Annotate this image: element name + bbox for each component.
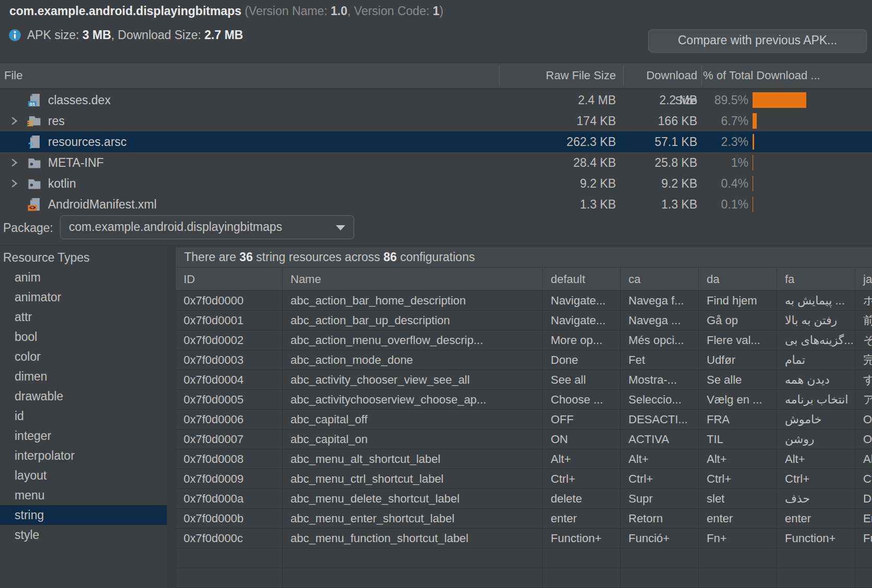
- column-header-ja[interactable]: ja: [855, 268, 872, 290]
- cell-fa[interactable]: حذف: [777, 489, 855, 508]
- cell-id[interactable]: 0x7f0d0009: [176, 469, 283, 488]
- cell-default[interactable]: [543, 568, 621, 587]
- cell-name[interactable]: abc_menu_function_shortcut_label: [283, 529, 543, 548]
- cell-da[interactable]: FRA: [699, 410, 777, 429]
- sidebar-item-color[interactable]: color: [0, 347, 167, 366]
- cell-ca[interactable]: Ctrl+: [621, 469, 699, 488]
- column-divider[interactable]: [701, 66, 702, 85]
- cell-ja[interactable]: Alt+: [855, 449, 872, 469]
- cell-name[interactable]: abc_action_menu_overflow_descrip...: [283, 330, 543, 350]
- cell-fa[interactable]: Alt+: [777, 449, 855, 469]
- cell-name[interactable]: abc_action_bar_home_description: [283, 291, 543, 310]
- string-resource-row[interactable]: [176, 568, 872, 588]
- cell-ca[interactable]: Seleccio...: [621, 390, 699, 409]
- cell-default[interactable]: Ctrl+: [543, 469, 621, 488]
- sidebar-item-id[interactable]: id: [0, 406, 167, 426]
- cell-id[interactable]: 0x7f0d000a: [176, 489, 283, 508]
- cell-ca[interactable]: ACTIVA: [621, 430, 699, 449]
- string-resource-row[interactable]: 0x7f0d000cabc_menu_function_shortcut_lab…: [176, 529, 872, 548]
- sidebar-item-attr[interactable]: attr: [0, 307, 167, 327]
- cell-ca[interactable]: Navega ...: [621, 311, 699, 330]
- cell-default[interactable]: Alt+: [543, 449, 621, 469]
- string-resource-row[interactable]: 0x7f0d0006abc_capital_offOFFDESACTI...FR…: [176, 410, 872, 430]
- cell-da[interactable]: [699, 568, 777, 587]
- string-resource-row[interactable]: 0x7f0d0005abc_activitychooserview_choose…: [176, 390, 872, 410]
- string-resource-row[interactable]: 0x7f0d000babc_menu_enter_shortcut_labele…: [176, 509, 872, 529]
- string-resource-row[interactable]: 0x7f0d0003abc_action_mode_doneDoneFetUdf…: [176, 350, 872, 370]
- cell-fa[interactable]: گزینه‌های بی...: [777, 330, 855, 350]
- column-header-file[interactable]: File: [4, 63, 22, 88]
- file-row[interactable]: res174 KB166 KB6.7%: [0, 111, 872, 131]
- cell-fa[interactable]: خاموش: [777, 410, 855, 429]
- column-header-raw-file-size[interactable]: Raw File Size: [499, 63, 620, 88]
- cell-id[interactable]: 0x7f0d0004: [176, 370, 283, 389]
- cell-ja[interactable]: Del: [855, 489, 872, 508]
- string-resource-row[interactable]: 0x7f0d0004abc_activity_chooser_view_see_…: [176, 370, 872, 390]
- string-resource-row[interactable]: 0x7f0d0009abc_menu_ctrl_shortcut_labelCt…: [176, 469, 872, 489]
- package-dropdown[interactable]: com.example.android.displayingbitmaps: [60, 215, 354, 239]
- cell-ja[interactable]: [855, 548, 872, 568]
- cell-name[interactable]: abc_capital_on: [283, 430, 543, 449]
- cell-da[interactable]: slet: [699, 489, 777, 508]
- cell-ja[interactable]: その...: [855, 330, 872, 350]
- cell-ca[interactable]: Retorn: [621, 509, 699, 528]
- cell-name[interactable]: [283, 548, 543, 568]
- cell-name[interactable]: abc_activity_chooser_view_see_all: [283, 370, 543, 389]
- cell-fa[interactable]: رفتن به بالا: [777, 311, 855, 330]
- chevron-right-icon[interactable]: [8, 178, 20, 189]
- sidebar-item-interpolator[interactable]: interpolator: [0, 446, 167, 466]
- cell-da[interactable]: [699, 548, 777, 568]
- string-resource-row[interactable]: 0x7f0d0007abc_capital_onONACTIVATILروشنO…: [176, 430, 872, 449]
- column-header-default[interactable]: default: [543, 268, 621, 290]
- cell-da[interactable]: Find hjem: [699, 291, 777, 310]
- cell-name[interactable]: abc_menu_enter_shortcut_label: [283, 509, 543, 528]
- sidebar-item-dimen[interactable]: dimen: [0, 366, 167, 386]
- cell-da[interactable]: Fn+: [699, 529, 777, 548]
- cell-id[interactable]: 0x7f0d0001: [176, 311, 283, 330]
- cell-name[interactable]: abc_activitychooserview_choose_ap...: [283, 390, 543, 409]
- cell-ja[interactable]: OFF: [855, 410, 872, 429]
- cell-da[interactable]: Se alle: [699, 370, 777, 389]
- cell-fa[interactable]: Ctrl+: [777, 469, 855, 488]
- cell-id[interactable]: 0x7f0d0005: [176, 390, 283, 409]
- cell-id[interactable]: 0x7f0d0008: [176, 449, 283, 469]
- cell-name[interactable]: abc_menu_alt_shortcut_label: [283, 449, 543, 469]
- cell-ja[interactable]: ホーム...: [855, 291, 872, 310]
- cell-name[interactable]: abc_menu_ctrl_shortcut_label: [283, 469, 543, 488]
- cell-fa[interactable]: enter: [777, 509, 855, 528]
- cell-default[interactable]: [543, 548, 621, 568]
- file-row[interactable]: ?resources.arsc262.3 KB57.1 KB2.3%: [0, 131, 872, 152]
- cell-id[interactable]: [176, 568, 283, 587]
- string-resource-row[interactable]: 0x7f0d0000abc_action_bar_home_descriptio…: [176, 291, 872, 311]
- cell-default[interactable]: See all: [543, 370, 621, 389]
- compare-with-previous-apk-button[interactable]: Compare with previous APK...: [648, 29, 867, 53]
- column-divider[interactable]: [499, 66, 500, 85]
- cell-ca[interactable]: Fet: [621, 350, 699, 370]
- cell-fa[interactable]: [777, 548, 855, 568]
- column-header-fa[interactable]: fa: [777, 268, 855, 290]
- cell-ja[interactable]: すべて...: [855, 370, 872, 389]
- sidebar-item-animator[interactable]: animator: [0, 287, 167, 307]
- string-resource-row[interactable]: [176, 548, 872, 568]
- cell-ja[interactable]: Enter: [855, 509, 872, 528]
- sidebar-item-layout[interactable]: layout: [0, 466, 167, 485]
- column-divider[interactable]: [623, 66, 624, 85]
- cell-da[interactable]: Vælg en ...: [699, 390, 777, 409]
- sidebar-divider[interactable]: [167, 246, 176, 588]
- file-row[interactable]: kotlin9.2 KB9.2 KB0.4%: [0, 173, 872, 194]
- chevron-right-icon[interactable]: [8, 115, 20, 127]
- cell-ca[interactable]: Mostra-...: [621, 370, 699, 389]
- cell-da[interactable]: Ctrl+: [699, 469, 777, 488]
- string-resource-row[interactable]: 0x7f0d0001abc_action_bar_up_descriptionN…: [176, 311, 872, 330]
- sidebar-item-menu[interactable]: menu: [0, 485, 167, 505]
- sidebar-item-anim[interactable]: anim: [0, 267, 167, 287]
- column-header-pct-of-total-download[interactable]: % of Total Download ...: [703, 63, 870, 88]
- cell-ja[interactable]: アプリ...: [855, 390, 872, 409]
- cell-fa[interactable]: روشن: [777, 430, 855, 449]
- column-header-ca[interactable]: ca: [621, 268, 699, 290]
- cell-fa[interactable]: [777, 568, 855, 587]
- sidebar-item-drawable[interactable]: drawable: [0, 386, 167, 406]
- cell-ja[interactable]: 前に...: [855, 311, 872, 330]
- cell-default[interactable]: OFF: [543, 410, 621, 429]
- sidebar-item-integer[interactable]: integer: [0, 426, 167, 446]
